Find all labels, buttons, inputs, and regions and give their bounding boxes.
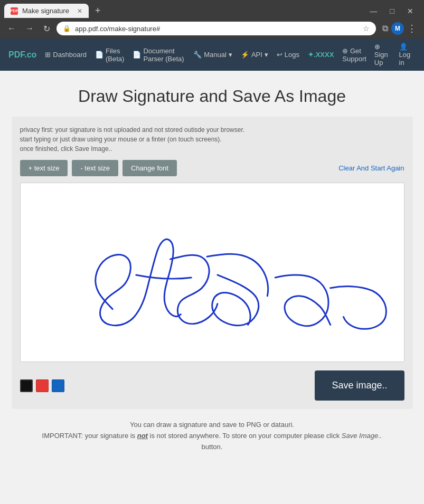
- browser-tab[interactable]: PDF Make signature ✕: [4, 4, 89, 18]
- footer-line1: You can draw a signature and save to PNG…: [22, 420, 402, 431]
- privacy-line1: privacy first: your signature is not upl…: [20, 125, 404, 135]
- footer-button-text: button.: [22, 442, 402, 453]
- change-font-button[interactable]: Change font: [123, 160, 177, 176]
- bottom-row: Save image..: [20, 370, 404, 401]
- logo-text: PDF: [8, 50, 24, 59]
- privacy-notice: privacy first: your signature is not upl…: [20, 125, 404, 154]
- extension-icons: ⧉ M ⋮: [379, 22, 420, 35]
- nav-files-label: Files (Beta): [106, 47, 124, 63]
- title-bar: PDF Make signature ✕ + — □ ✕: [0, 0, 424, 18]
- star-icon[interactable]: ☆: [363, 24, 370, 33]
- nav-api-label: API: [251, 51, 262, 59]
- get-support-button[interactable]: ⊕ Get Support: [342, 47, 368, 63]
- decrease-text-size-button[interactable]: - text size: [72, 160, 118, 176]
- color-swatch-blue[interactable]: [52, 379, 64, 392]
- maximize-button[interactable]: □: [384, 6, 401, 16]
- nav-manual-label: Manual: [204, 51, 227, 59]
- footer-line2: IMPORTANT: your signature is not is not …: [22, 431, 402, 442]
- refresh-button[interactable]: ↻: [40, 23, 53, 35]
- api-icon: ⚡: [241, 51, 249, 59]
- nav-files[interactable]: 📄 Files (Beta): [95, 47, 124, 63]
- signature-canvas[interactable]: [20, 183, 404, 362]
- site-navigation: PDF.co ⊞ Dashboard 📄 Files (Beta) 📄 Docu…: [0, 39, 424, 71]
- footer-note: You can draw a signature and save to PNG…: [12, 409, 413, 463]
- footer-save-italic: Save Image..: [342, 432, 382, 440]
- nav-manual[interactable]: 🔧 Manual ▾: [193, 51, 232, 59]
- clear-and-start-again-link[interactable]: Clear And Start Again: [338, 164, 404, 172]
- address-bar-icons: ☆: [363, 24, 370, 33]
- log-in-button[interactable]: 👤 Log in: [399, 43, 416, 66]
- nav-logs[interactable]: ↩ Logs: [277, 51, 299, 59]
- address-bar[interactable]: 🔒 app.pdf.co/make-signature# ☆: [56, 22, 376, 35]
- tab-favicon: PDF: [11, 7, 18, 15]
- browser-chrome: PDF Make signature ✕ + — □ ✕ ← → ↻ 🔒 app…: [0, 0, 424, 39]
- controls-row: + text size - text size Change font Clea…: [20, 160, 404, 176]
- footer-important-prefix: IMPORTANT: your signature is: [42, 432, 137, 440]
- new-tab-button[interactable]: +: [91, 3, 105, 18]
- logs-icon: ↩: [277, 51, 282, 59]
- forward-button[interactable]: →: [22, 23, 37, 34]
- color-swatch-red[interactable]: [36, 379, 49, 392]
- increase-text-size-button[interactable]: + text size: [20, 160, 68, 176]
- manual-icon: 🔧: [193, 51, 202, 59]
- sign-up-button[interactable]: ⊕ Sign Up: [374, 43, 393, 66]
- dashboard-icon: ⊞: [45, 51, 51, 59]
- nav-dashboard[interactable]: ⊞ Dashboard: [45, 51, 87, 59]
- nav-logs-label: Logs: [285, 51, 299, 59]
- address-text: app.pdf.co/make-signature#: [75, 25, 359, 33]
- docparser-icon: 📄: [133, 51, 141, 59]
- nav-dashboard-label: Dashboard: [53, 51, 87, 59]
- tab-title: Make signature: [22, 7, 69, 15]
- credits-display: ✦.XXXX: [308, 51, 334, 59]
- nav-doc-parser[interactable]: 📄 Document Parser (Beta): [133, 47, 185, 63]
- nav-docparser-label: Document Parser (Beta): [143, 47, 185, 63]
- files-icon: 📄: [95, 51, 103, 59]
- nav-api[interactable]: ⚡ API ▾: [241, 51, 268, 59]
- profile-avatar[interactable]: M: [391, 22, 404, 35]
- window-controls: — □ ✕: [364, 6, 420, 16]
- site-nav-right: ⊕ Get Support ⊕ Sign Up 👤 Log in: [342, 43, 416, 66]
- logo-ext: .co: [24, 50, 36, 59]
- signature-panel: privacy first: your signature is not upl…: [12, 117, 413, 409]
- privacy-line2: start typing or just draw using your mou…: [20, 135, 404, 144]
- api-dropdown-icon: ▾: [265, 51, 268, 59]
- color-swatch-black[interactable]: [20, 379, 33, 392]
- save-image-button[interactable]: Save image..: [315, 370, 404, 401]
- signature-drawing: [21, 183, 404, 362]
- page-title: Draw Signature and Save As Image: [11, 87, 413, 106]
- manual-dropdown-icon: ▾: [229, 51, 232, 59]
- browser-menu-button[interactable]: ⋮: [407, 23, 417, 34]
- site-logo[interactable]: PDF.co: [8, 50, 36, 60]
- close-window-button[interactable]: ✕: [401, 6, 420, 16]
- footer-not-text: not: [137, 432, 148, 440]
- tab-close-button[interactable]: ✕: [77, 7, 82, 15]
- footer-stored-text: is not stored anywhere. To store on your…: [148, 432, 342, 440]
- address-bar-row: ← → ↻ 🔒 app.pdf.co/make-signature# ☆ ⧉ M…: [0, 18, 424, 39]
- lock-icon: 🔒: [63, 25, 71, 32]
- minimize-button[interactable]: —: [364, 6, 384, 16]
- back-button[interactable]: ←: [4, 23, 19, 34]
- main-content: Draw Signature and Save As Image privacy…: [0, 71, 424, 473]
- color-swatches: [20, 379, 64, 392]
- extensions-icon[interactable]: ⧉: [382, 24, 388, 33]
- privacy-line3: once finished, click Save Image..: [20, 144, 404, 154]
